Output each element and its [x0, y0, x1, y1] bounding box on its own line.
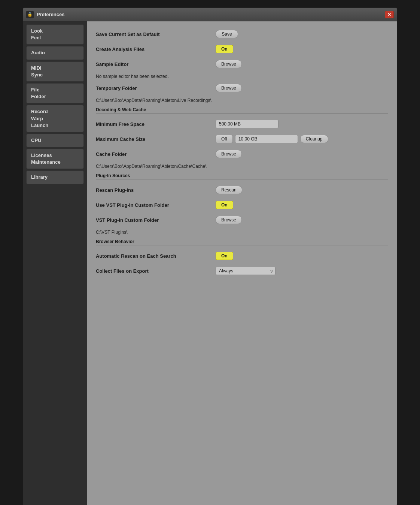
collect-files-export-select[interactable]: Always Never Ask [216, 267, 276, 275]
use-vst-custom-folder-label: Use VST Plug-In Custom Folder [96, 202, 216, 208]
window-title: Preferences [37, 12, 64, 17]
collect-files-export-label: Collect Files on Export [96, 268, 216, 274]
collect-files-export-select-wrapper: Always Never Ask [216, 267, 276, 275]
cache-cleanup-button[interactable]: Cleanup [300, 135, 328, 143]
sample-editor-value: Browse [216, 60, 242, 68]
sidebar-item-record-warp-launch[interactable]: RecordWarpLaunch [26, 105, 84, 132]
temporary-folder-browse-button[interactable]: Browse [216, 84, 242, 92]
temporary-folder-path: C:\Users\Box\AppData\Roaming\Ableton\Liv… [96, 98, 388, 103]
sidebar-item-midi-sync[interactable]: MIDISync [26, 61, 84, 82]
create-analysis-files-value: On [216, 45, 233, 53]
create-analysis-files-label: Create Analysis Files [96, 46, 216, 52]
sidebar-item-file-folder[interactable]: FileFolder [26, 83, 84, 103]
cache-folder-path: C:\Users\Box\AppData\Roaming\Ableton\Cac… [96, 164, 388, 169]
decoding-section-divider: Decoding & Web Cache [96, 107, 388, 114]
save-button[interactable]: Save [216, 30, 238, 38]
sidebar-item-look-feel[interactable]: LookFeel [26, 24, 84, 45]
browser-section-title: Browser Behavior [96, 239, 134, 244]
temporary-folder-value: Browse [216, 84, 242, 92]
minimum-free-space-label: Minimum Free Space [96, 121, 216, 127]
collect-files-export-value: Always Never Ask [216, 267, 276, 275]
rescan-plugins-row: Rescan Plug-Ins Rescan [96, 185, 388, 195]
maximum-cache-size-value: Off Cleanup [216, 135, 328, 143]
use-vst-custom-folder-row: Use VST Plug-In Custom Folder On [96, 200, 388, 210]
minimum-free-space-row: Minimum Free Space [96, 119, 388, 129]
sample-editor-label: Sample Editor [96, 61, 216, 67]
auto-rescan-toggle[interactable]: On [216, 252, 233, 260]
save-current-set-label: Save Current Set as Default [96, 31, 216, 37]
sidebar-item-licenses-maintenance[interactable]: LicensesMaintenance [26, 149, 84, 169]
title-bar: 🔒 Preferences ✕ [23, 8, 397, 21]
main-content: LookFeel Audio MIDISync FileFolder Recor… [23, 21, 397, 505]
collect-files-export-row: Collect Files on Export Always Never Ask [96, 266, 388, 276]
auto-rescan-value: On [216, 252, 233, 260]
maximum-cache-size-label: Maximum Cache Size [96, 136, 216, 142]
rescan-plugins-label: Rescan Plug-Ins [96, 187, 216, 193]
decoding-section-title: Decoding & Web Cache [96, 107, 146, 112]
plugins-section-title: Plug-In Sources [96, 173, 130, 178]
vst-custom-folder-value: Browse [216, 216, 242, 224]
maximum-cache-size-row: Maximum Cache Size Off Cleanup [96, 134, 388, 144]
sample-editor-subtext: No sample editor has been selected. [96, 74, 388, 79]
rescan-plugins-value: Rescan [216, 186, 242, 194]
sidebar-item-audio[interactable]: Audio [26, 46, 84, 60]
sidebar: LookFeel Audio MIDISync FileFolder Recor… [23, 21, 87, 505]
temporary-folder-label: Temporary Folder [96, 85, 216, 91]
create-analysis-files-row: Create Analysis Files On [96, 44, 388, 54]
sample-editor-browse-button[interactable]: Browse [216, 60, 242, 68]
auto-rescan-label: Automatic Rescan on Each Search [96, 253, 216, 259]
title-bar-left: 🔒 Preferences [26, 11, 64, 18]
save-current-set-row: Save Current Set as Default Save [96, 29, 388, 39]
temporary-folder-row: Temporary Folder Browse [96, 83, 388, 93]
save-current-set-value: Save [216, 30, 238, 38]
cache-folder-browse-button[interactable]: Browse [216, 150, 242, 158]
vst-custom-folder-path: C:\VST Plugins\ [96, 230, 388, 235]
rescan-plugins-button[interactable]: Rescan [216, 186, 242, 194]
cache-size-off-button[interactable]: Off [216, 135, 233, 143]
vst-custom-folder-row: VST Plug-In Custom Folder Browse [96, 215, 388, 225]
cache-folder-row: Cache Folder Browse [96, 149, 388, 159]
browser-section-divider: Browser Behavior [96, 239, 388, 245]
close-button[interactable]: ✕ [385, 11, 394, 18]
content-area: Save Current Set as Default Save Create … [87, 21, 397, 505]
vst-custom-folder-label: VST Plug-In Custom Folder [96, 217, 216, 223]
auto-rescan-row: Automatic Rescan on Each Search On [96, 251, 388, 261]
use-vst-custom-folder-toggle[interactable]: On [216, 201, 233, 209]
minimum-free-space-value [216, 120, 279, 128]
sample-editor-row: Sample Editor Browse [96, 59, 388, 69]
app-icon: 🔒 [26, 11, 34, 18]
sidebar-item-library[interactable]: Library [26, 170, 84, 184]
preferences-window: 🔒 Preferences ✕ LookFeel Audio MIDISync … [23, 7, 397, 505]
sidebar-item-cpu[interactable]: CPU [26, 134, 84, 147]
create-analysis-files-toggle[interactable]: On [216, 45, 233, 53]
cache-folder-value: Browse [216, 150, 242, 158]
vst-custom-folder-browse-button[interactable]: Browse [216, 216, 242, 224]
minimum-free-space-input[interactable] [216, 120, 279, 128]
use-vst-custom-folder-value: On [216, 201, 233, 209]
cache-size-input[interactable] [235, 135, 298, 143]
cache-folder-label: Cache Folder [96, 151, 216, 157]
plugins-section-divider: Plug-In Sources [96, 173, 388, 179]
